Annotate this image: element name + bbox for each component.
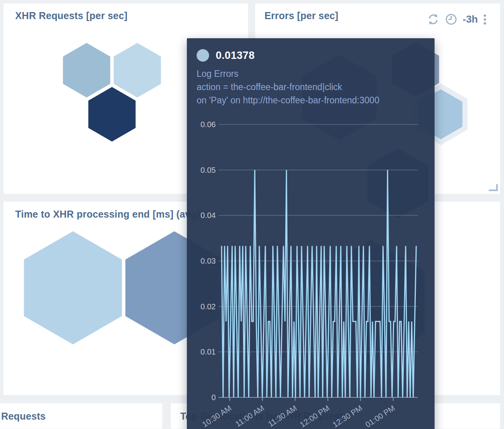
tooltip-header: 0.01378	[197, 49, 255, 62]
clock-icon	[445, 13, 458, 26]
time-window-button[interactable]	[445, 13, 458, 26]
y-axis-tick-label: 0.06	[201, 120, 216, 129]
tooltip-series-label: Log Errors	[197, 67, 380, 80]
panel-menu-button[interactable]	[483, 14, 487, 25]
errors-line-series[interactable]	[222, 170, 416, 397]
x-axis-tick-label: 12:00 PM	[298, 404, 331, 429]
y-axis-tick-label: 0.03	[201, 257, 216, 265]
tooltip-desc-line: on 'Pay' on http://the-coffee-bar-fronte…	[197, 94, 380, 107]
panel-title-xhr-requests: XHR Requests [per sec]	[4, 4, 248, 21]
series-color-dot-icon	[197, 49, 209, 62]
x-axis-tick-label: 11:00 AM	[234, 404, 266, 429]
y-axis-tick-label: 0.05	[201, 166, 216, 174]
panel-requests: Requests	[0, 403, 163, 429]
panel-toolbar: -3h	[427, 13, 487, 26]
panel-title-requests: Requests	[0, 403, 162, 422]
refresh-button[interactable]	[427, 13, 440, 26]
x-axis-tick-label: 11:30 AM	[266, 404, 298, 429]
resize-handle-icon[interactable]	[489, 184, 498, 191]
kebab-menu-icon	[484, 14, 486, 25]
tooltip-description: Log Errors action = the-coffee-bar-front…	[197, 67, 380, 107]
tooltip-desc-line: action = the-coffee-bar-frontend|click	[197, 80, 380, 94]
y-axis-tick-label: 0.02	[201, 302, 216, 311]
refresh-icon	[427, 13, 440, 26]
time-range-label[interactable]: -3h	[463, 13, 478, 25]
x-axis-tick-label: 01:00 PM	[364, 404, 396, 429]
tooltip-value: 0.01378	[216, 50, 255, 62]
y-axis-tick-label: 0	[211, 393, 216, 402]
x-axis-tick-label: 10:30 AM	[201, 404, 233, 429]
apm-dashboard: XHR Requests [per sec] Errors [per sec]	[0, 0, 504, 429]
y-axis-tick-label: 0.01	[201, 347, 216, 356]
y-axis-tick-label: 0.04	[201, 211, 216, 220]
chart-tooltip: 0.060.050.040.030.020.01010:30 AM11:00 A…	[187, 38, 435, 429]
x-axis-tick-label: 12:30 PM	[331, 404, 364, 429]
